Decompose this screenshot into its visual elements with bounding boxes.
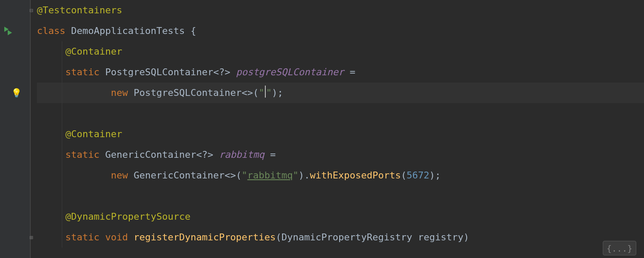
code-editor[interactable]: @Testcontainers class DemoApplicationTes… xyxy=(31,0,644,258)
caret xyxy=(265,86,266,98)
field-token: postgreSQLContainer xyxy=(236,67,344,77)
number-token: 5672 xyxy=(407,170,429,181)
type-token: PostgreSQLContainer xyxy=(134,87,242,98)
paren-token: ( xyxy=(236,170,242,181)
editor-gutter: ⊟ 💡 ⊞ xyxy=(0,0,31,258)
keyword-token: static xyxy=(65,67,99,77)
method-token: registerDynamicProperties xyxy=(134,232,276,243)
string-token: " xyxy=(242,170,247,181)
type-token: GenericContainer xyxy=(105,149,196,160)
intention-bulb-icon[interactable]: 💡 xyxy=(11,83,22,103)
generic-token: <> xyxy=(225,170,236,181)
field-token: rabbitmq xyxy=(219,149,264,160)
keyword-token: void xyxy=(105,232,128,243)
string-token: " xyxy=(293,170,298,181)
keyword-token: class xyxy=(37,25,65,36)
keyword-token: new xyxy=(111,170,128,181)
code-line[interactable]: new GenericContainer<>("rabbitmq").withE… xyxy=(37,165,644,186)
code-line[interactable]: @Container xyxy=(37,41,644,62)
generic-token: <?> xyxy=(213,67,231,77)
paren-token: ); xyxy=(429,170,441,181)
code-line[interactable]: @Testcontainers xyxy=(37,0,644,21)
param-token: registry xyxy=(418,232,463,243)
type-token: DynamicPropertyRegistry xyxy=(282,232,413,243)
code-line[interactable]: static GenericContainer<?> rabbitmq = xyxy=(37,144,644,165)
brace-token: { xyxy=(185,25,196,36)
type-token: GenericContainer xyxy=(134,170,225,181)
class-name-token: DemoApplicationTests xyxy=(71,25,185,36)
string-token: " xyxy=(259,87,264,98)
paren-token: ( xyxy=(253,87,258,98)
code-line[interactable]: static PostgreSQLContainer<?> postgreSQL… xyxy=(37,62,644,83)
dot-token: . xyxy=(304,170,310,181)
folded-code-block[interactable]: {...} xyxy=(603,241,636,255)
generic-token: <> xyxy=(242,87,253,98)
svg-marker-1 xyxy=(8,30,12,35)
code-line[interactable]: static void registerDynamicProperties(Dy… xyxy=(37,227,644,248)
generic-token: <?> xyxy=(196,149,213,160)
paren-token: ( xyxy=(401,170,407,181)
string-token: " xyxy=(266,87,272,98)
assign-token: = xyxy=(344,67,355,77)
code-line-active[interactable]: new PostgreSQLContainer<>(""); xyxy=(37,83,644,103)
annotation-token: @Container xyxy=(65,46,122,57)
run-tests-icon[interactable] xyxy=(3,25,15,37)
type-token: PostgreSQLContainer xyxy=(105,67,213,77)
code-line[interactable] xyxy=(37,103,644,124)
code-line[interactable]: class DemoApplicationTests { xyxy=(37,21,644,41)
keyword-token: new xyxy=(111,87,128,98)
annotation-token: @DynamicPropertySource xyxy=(65,211,190,222)
code-line[interactable]: @DynamicPropertySource xyxy=(37,206,644,227)
paren-token: ( xyxy=(276,232,281,243)
string-token: rabbitmq xyxy=(247,170,293,181)
keyword-token: static xyxy=(65,149,99,160)
paren-token: ); xyxy=(272,87,283,98)
annotation-token: @Testcontainers xyxy=(37,5,122,15)
assign-token: = xyxy=(264,149,276,160)
keyword-token: static xyxy=(65,232,99,243)
method-token: withExposedPorts xyxy=(310,170,401,181)
code-line[interactable]: @Container xyxy=(37,124,644,144)
code-line[interactable] xyxy=(37,186,644,206)
annotation-token: @Container xyxy=(65,129,122,139)
